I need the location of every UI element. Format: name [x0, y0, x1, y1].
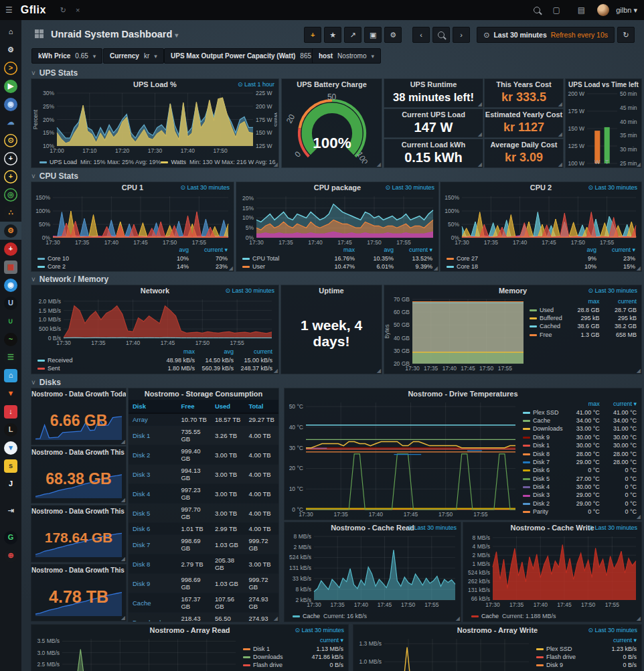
legend-item[interactable]: Core 214%23% — [35, 263, 230, 271]
legend-item[interactable]: Plex SSD1.23 kB/s — [534, 644, 639, 652]
app-home-assistant-icon[interactable]: ⌂ — [0, 366, 21, 384]
app-jackett-icon[interactable]: J — [0, 475, 21, 493]
array-write-chart[interactable]: 1.0 MB/s1.3 MB/s17:3017:3517:4017:4517:5… — [353, 636, 533, 671]
time-range-badge[interactable]: ⊙ Last 30 minutes — [588, 184, 637, 191]
legend-item[interactable]: Downloads33.00 °C31.00 °C — [521, 425, 639, 433]
ups-bar-chart[interactable]: 100 W125 W150 W175 W200 W25 min30 min35 … — [567, 90, 640, 166]
resize-handle[interactable]: ◢ — [274, 162, 278, 167]
legend-item[interactable]: Disk 60 °C0 °C — [521, 466, 639, 474]
app-eye-blue-icon[interactable]: ◉ — [0, 276, 21, 294]
legend-column[interactable]: max — [565, 400, 602, 408]
dashboard-picker-icon[interactable] — [35, 29, 44, 38]
time-range-badge[interactable]: ⊙ Last 30 minutes — [180, 184, 230, 191]
app-play-green-icon[interactable]: ▶ — [0, 77, 21, 95]
time-back-button[interactable]: ‹ — [412, 27, 430, 43]
time-range-badge[interactable]: ⊙ Last 30 minutes — [295, 627, 344, 633]
app-gitlab-icon[interactable]: ▼ — [0, 384, 21, 402]
legend-column[interactable]: current ▾ — [396, 246, 434, 254]
panel-title[interactable]: UPS Battery Charge — [282, 79, 382, 90]
legend-item[interactable]: Parity0 °C0 °C — [521, 508, 639, 516]
settings-gear-icon[interactable]: ⚙ — [0, 41, 21, 59]
panel-title[interactable]: Nostromo - Drive Temperatures — [285, 388, 641, 399]
legend-item[interactable]: Disk 430.00 °C0 °C — [521, 483, 639, 491]
panel-title[interactable]: Nostromo - Storage Consumption — [129, 388, 278, 399]
legend-item[interactable]: Disk 329.00 °C0 °C — [521, 491, 639, 499]
legend-item[interactable]: Core 1810%15% — [445, 263, 637, 271]
hamburger-menu-icon[interactable]: ☰ — [5, 5, 13, 15]
section-network-memory[interactable]: ˅Network / Memory — [31, 275, 108, 284]
panel-title[interactable]: UPS Load vs Time left — [566, 79, 641, 90]
variable-host[interactable]: hostNostromo▾ — [312, 48, 381, 64]
legend-item[interactable]: Buffered295 kB295 kB — [528, 314, 639, 322]
app-target-yellow-icon[interactable]: + — [0, 167, 21, 185]
app-water-drop-icon[interactable]: ▾ — [0, 439, 21, 457]
legend-column[interactable]: max — [564, 297, 602, 305]
app-sabnzbd-icon[interactable]: s — [0, 457, 21, 475]
resize-handle[interactable]: ◢ — [637, 368, 641, 374]
variable-currency[interactable]: Currencykr▾ — [103, 48, 164, 64]
legend-item[interactable]: Free1.3 GB658 MB — [528, 331, 639, 339]
legend-column[interactable]: current ▾ — [602, 400, 639, 408]
legend-item[interactable]: Disk 229.00 °C0 °C — [521, 500, 639, 508]
home-icon[interactable]: ⌂ — [0, 23, 21, 41]
table-column-header[interactable]: Disk — [129, 400, 177, 413]
legend-item[interactable]: Disk 130.00 °C30.00 °C — [521, 441, 639, 449]
legend-column[interactable]: current ▾ — [598, 246, 637, 254]
legend-item[interactable]: CPU Total16.76%10.35%13.52% — [240, 254, 434, 262]
add-panel-button[interactable]: + — [304, 27, 321, 43]
legend-item[interactable]: Cache34.00 °C34.00 °C — [521, 417, 639, 425]
legend-column[interactable]: avg — [560, 246, 598, 254]
app-sushi-icon[interactable]: ~ — [0, 330, 21, 348]
legend-column[interactable]: max — [158, 348, 197, 356]
legend-item[interactable]: Cached38.6 GB38.2 GB — [528, 322, 639, 330]
app-chevron-orange-icon[interactable]: > — [0, 59, 21, 77]
share-button[interactable]: ↗ — [344, 27, 361, 43]
app-target-white-icon[interactable]: + — [0, 149, 21, 167]
resize-handle[interactable]: ◢ — [637, 162, 641, 167]
star-button[interactable]: ★ — [324, 27, 341, 43]
legend-column[interactable]: current ▾ — [191, 246, 230, 254]
avatar[interactable] — [597, 4, 609, 16]
app-download-red-icon[interactable]: ↓ — [0, 402, 21, 421]
legend-item[interactable]: Flash drive0 B/s — [241, 661, 345, 669]
array-read-chart[interactable]: 2.5 MB/s3.0 MB/s3.5 MB/s17:3017:3517:401… — [31, 636, 240, 671]
table-column-header[interactable]: Used — [211, 400, 245, 413]
tab-close-icon[interactable]: × — [76, 6, 80, 14]
app-film-blue-icon[interactable]: ◉ — [0, 95, 21, 113]
ups-load-chart[interactable]: 10%15%20%25%30%125 W150 W175 W200 W225 W… — [33, 90, 277, 155]
time-range-badge[interactable]: ⊙ Last 30 minutes — [588, 287, 637, 294]
resize-handle[interactable]: ◢ — [637, 616, 641, 621]
section-disks[interactable]: ˅Disks — [31, 378, 61, 387]
cpu1-chart[interactable]: 0%50%100%150%17:3017:3517:4017:4517:5017… — [33, 193, 232, 246]
legend-item[interactable]: Disk 729.00 °C28.00 °C — [521, 458, 639, 466]
resize-handle[interactable]: ◢ — [377, 162, 381, 167]
resize-handle[interactable]: ◢ — [456, 616, 460, 621]
legend-column[interactable]: current ▾ — [307, 636, 345, 644]
app-switches-icon[interactable]: ☰ — [0, 348, 21, 366]
app-lifebuoy-icon[interactable]: ⊕ — [0, 546, 21, 565]
time-range-badge[interactable]: ⊙ Last 30 minutes — [385, 184, 434, 191]
legend-column[interactable]: avg — [152, 246, 191, 254]
app-graph-red-icon[interactable]: ▦ — [0, 258, 21, 276]
legend-item[interactable]: Used28.8 GB28.7 GB — [528, 305, 639, 313]
section-ups-stats[interactable]: ˅UPS Stats — [31, 68, 78, 78]
network-chart[interactable]: 0 B/s500 kB/s1.0 MB/s1.5 MB/s2.0 MB/s17:… — [33, 296, 277, 347]
legend-item[interactable]: Disk 930.00 °C30.00 °C — [521, 433, 639, 441]
panels-icon[interactable]: ▤ — [578, 5, 585, 15]
time-range-badge[interactable]: ⊙ Last 30 minutes — [407, 524, 457, 531]
drive-temperatures-chart[interactable]: 0 °C10 °C20 °C30 °C40 °C50 °C17:3017:351… — [285, 399, 519, 518]
legend-column[interactable]: avg — [357, 246, 396, 254]
app-search-yellow-icon[interactable]: ⊙ — [0, 131, 21, 149]
legend-item[interactable]: Core 1010%70% — [35, 254, 230, 262]
fullscreen-icon[interactable]: ▢ — [552, 5, 560, 15]
legend-column[interactable]: current — [601, 297, 639, 305]
legend-item[interactable]: Flash drive0 B/s — [534, 653, 639, 661]
legend-item[interactable]: User10.47%6.01%9.39% — [240, 263, 434, 271]
cache-write-chart[interactable]: 66 kB/s131 kB/s262 kB/s524 kB/s1 MB/s2 M… — [465, 533, 640, 609]
resize-handle[interactable]: ◢ — [229, 266, 233, 271]
dashboard-title[interactable]: Unraid System Dashboard ▾ — [51, 29, 178, 40]
resize-handle[interactable]: ◢ — [637, 514, 641, 520]
cpu2-chart[interactable]: 0%50%100%150%17:3017:3517:4017:4517:5017… — [442, 193, 640, 246]
time-picker[interactable]: ⊙ Last 30 minutes Refresh every 10s — [477, 27, 615, 43]
time-range-badge[interactable]: ⊙ Last 30 minutes — [225, 287, 274, 294]
